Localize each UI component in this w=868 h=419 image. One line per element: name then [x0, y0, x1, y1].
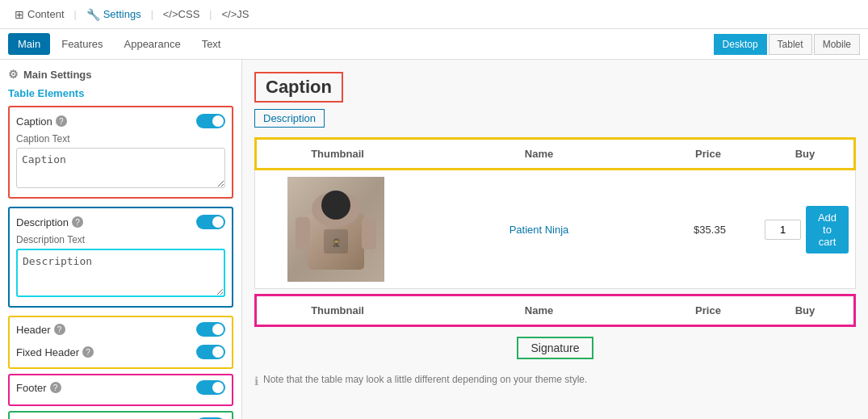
product-price: $35.35	[694, 224, 726, 236]
tab-main[interactable]: Main	[8, 33, 50, 55]
view-tablet[interactable]: Tablet	[769, 34, 812, 55]
footer-label-text: Footer	[16, 382, 47, 394]
col-name: Name	[418, 140, 660, 168]
footer-section: Footer ?	[8, 374, 233, 406]
description-toggle[interactable]	[196, 215, 225, 229]
footer-col-price: Price	[660, 296, 757, 325]
view-desktop[interactable]: Desktop	[714, 34, 767, 55]
note-text: Note that the table may look a little di…	[263, 374, 587, 385]
tab-text[interactable]: Text	[192, 33, 231, 55]
fixed-header-label: Fixed Header	[16, 346, 79, 358]
col-price: Price	[660, 140, 757, 168]
table-header: Thumbnail Name Price Buy	[254, 137, 856, 170]
product-buy-cell: Add to cart	[758, 170, 855, 288]
main-layout: ⚙ Main Settings Table Elements Caption ?…	[0, 60, 868, 419]
css-tab[interactable]: </>CSS	[157, 0, 207, 29]
table-row: 🥷 Patient Ninja $35.35 Add to cart	[254, 170, 856, 289]
grid-icon: ⊞	[15, 8, 24, 21]
add-to-cart-button[interactable]: Add to cart	[806, 206, 849, 253]
caption-toggle[interactable]	[196, 114, 225, 128]
header-toggle[interactable]	[196, 322, 225, 337]
svg-rect-3	[296, 217, 310, 249]
tab-appearance[interactable]: Appearance	[115, 33, 191, 55]
hoodie-svg: 🥷	[296, 181, 376, 278]
description-tab-display: Description	[254, 109, 856, 137]
svg-rect-4	[362, 217, 376, 249]
header-toggle-row: Header ?	[16, 322, 225, 337]
view-buttons: Desktop Tablet Mobile	[714, 34, 860, 55]
tab-features[interactable]: Features	[52, 33, 112, 55]
product-price-cell: $35.35	[661, 170, 758, 288]
caption-sub-label: Caption Text	[16, 133, 225, 145]
description-textarea[interactable]: Description	[16, 249, 225, 297]
caption-textarea[interactable]: Caption	[16, 148, 225, 188]
caption-display-box: Caption	[254, 72, 856, 109]
caption-label-text: Caption	[16, 115, 52, 128]
top-bar: ⊞ Content | 🔧 Settings | </>CSS | </>JS	[0, 0, 868, 29]
table-footer: Thumbnail Name Price Buy	[254, 294, 856, 327]
css-label: </>CSS	[163, 8, 200, 20]
description-section: Description ? Description Text Descripti…	[8, 207, 233, 308]
right-panel: Caption Description Thumbnail Name Price…	[242, 60, 868, 419]
product-name-cell: Patient Ninja	[417, 170, 661, 288]
footer-col-name: Name	[418, 296, 660, 325]
col-buy: Buy	[757, 140, 853, 168]
signature-display-label: Signature	[517, 337, 594, 359]
main-settings-heading: ⚙ Main Settings	[8, 68, 233, 81]
svg-text:🥷: 🥷	[331, 237, 342, 248]
settings-gear-icon: ⚙	[8, 68, 19, 81]
content-tab[interactable]: ⊞ Content	[8, 0, 71, 29]
col-thumbnail: Thumbnail	[257, 140, 418, 168]
main-settings-label: Main Settings	[23, 69, 92, 81]
tabs-bar: Main Features Appearance Text Desktop Ta…	[0, 29, 868, 60]
note-row: ℹ Note that the table may look a little …	[254, 374, 856, 388]
view-mobile[interactable]: Mobile	[814, 34, 860, 55]
footer-help-icon[interactable]: ?	[50, 382, 61, 393]
js-label: </>JS	[221, 8, 249, 20]
footer-col-thumbnail: Thumbnail	[257, 296, 418, 325]
quantity-input[interactable]	[765, 220, 801, 240]
header-help-icon[interactable]: ?	[54, 324, 65, 335]
footer-toggle-row: Footer ?	[16, 380, 225, 395]
description-help-icon[interactable]: ?	[72, 216, 83, 228]
footer-col-buy: Buy	[757, 296, 853, 325]
header-section: Header ? Fixed Header ?	[8, 316, 233, 369]
wrench-icon: 🔧	[86, 8, 100, 21]
product-name: Patient Ninja	[509, 224, 569, 236]
fixed-header-help-icon[interactable]: ?	[82, 346, 94, 358]
table-elements-label: Table Elements	[8, 87, 233, 99]
caption-section: Caption ? Caption Text Caption	[8, 106, 233, 199]
product-thumbnail-cell: 🥷	[255, 170, 417, 288]
header-label-text: Header	[16, 324, 51, 336]
signature-row: Signature	[254, 330, 856, 366]
content-label: Content	[27, 8, 65, 20]
left-panel: ⚙ Main Settings Table Elements Caption ?…	[0, 60, 242, 419]
settings-tab[interactable]: 🔧 Settings	[80, 0, 148, 29]
caption-display-label: Caption	[254, 72, 343, 103]
info-icon: ℹ	[254, 375, 258, 388]
description-toggle-row: Description ?	[16, 215, 225, 229]
svg-point-2	[321, 191, 350, 220]
signature-section: Signature ?	[8, 411, 233, 419]
description-sub-label: Description Text	[16, 234, 225, 245]
description-label-text: Description	[16, 216, 69, 228]
footer-toggle[interactable]	[196, 380, 225, 395]
description-tab-label[interactable]: Description	[254, 109, 325, 128]
caption-help-icon[interactable]: ?	[56, 115, 67, 127]
product-image: 🥷	[287, 177, 384, 282]
fixed-header-toggle[interactable]	[196, 345, 225, 359]
settings-label: Settings	[103, 8, 141, 20]
fixed-header-row: Fixed Header ?	[16, 341, 225, 362]
caption-toggle-row: Caption ?	[16, 114, 225, 128]
js-tab[interactable]: </>JS	[215, 0, 255, 29]
